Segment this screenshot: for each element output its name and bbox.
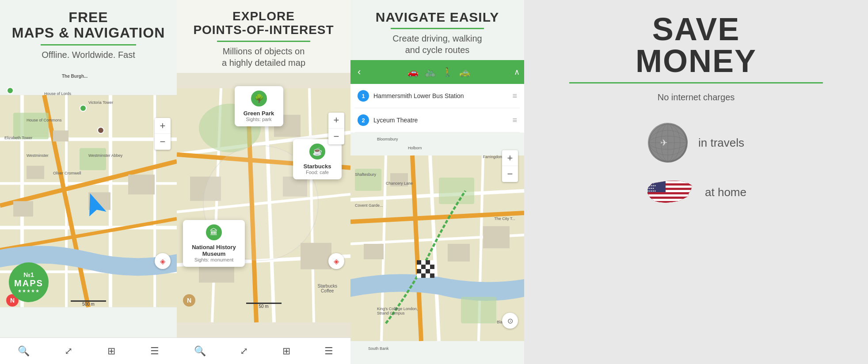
travels-label: in travels: [698, 136, 744, 150]
compass-panel1[interactable]: ◈: [155, 253, 171, 269]
museum-name: National HistoryMuseum: [192, 244, 236, 257]
svg-rect-19: [13, 201, 33, 217]
map-label-oliver: Oliver Cromwell: [53, 171, 81, 175]
svg-text:★★★★: ★★★★: [647, 182, 655, 184]
north-indicator-panel2: N: [183, 294, 195, 307]
nav-label-holborn: Holborn: [408, 146, 422, 150]
expand-icon-panel2[interactable]: ⤢: [240, 345, 248, 357]
starbucks-map-label: StarbucksCoffee: [318, 284, 337, 293]
panel2-map: 🌳 Green Park Sights: park ☕ Starbucks Fo…: [177, 73, 350, 337]
panel1-title-line1: FREE: [69, 9, 108, 25]
badge-stars: ★★★★★: [18, 288, 40, 293]
panel2-subtitle: Millions of objects ona highly detailed …: [186, 46, 342, 68]
route-stops-list: 1 Hammersmith Lower Bus Station ≡ 2 Lyce…: [350, 84, 524, 133]
expand-icon-panel1[interactable]: ⤢: [65, 345, 72, 357]
collapse-button[interactable]: ∧: [514, 67, 520, 77]
stop-name-1: Hammersmith Lower Bus Station: [373, 92, 508, 99]
globe-icon: ✈: [648, 123, 688, 163]
panel-navigate: NAVIGATE EASILY Create driving, walkinga…: [350, 0, 524, 364]
location-btn-panel3[interactable]: ⊙: [502, 313, 518, 329]
starbucks-icon: ☕: [309, 144, 325, 159]
zoom-in-panel1[interactable]: +: [155, 118, 171, 134]
panel3-subtitle: Create driving, walkingand cycle routes: [359, 33, 515, 56]
svg-text:★★★★★: ★★★★★: [647, 190, 656, 192]
svg-rect-51: [364, 244, 384, 259]
layers-icon-panel2[interactable]: ⊞: [282, 345, 290, 357]
panel2-header: EXPLORE POINTS-OF-INTEREST Millions of o…: [177, 0, 350, 73]
badge-num: №1: [23, 271, 34, 278]
route-stop-1: 1 Hammersmith Lower Bus Station ≡: [355, 84, 520, 108]
stop-menu-1[interactable]: ≡: [512, 91, 517, 101]
menu-icon-panel1[interactable]: ☰: [150, 345, 159, 357]
panel4-subtitle: No internet charges: [658, 92, 735, 102]
usa-svg: ★★★★★ ★★★★ ★★★★★ ★★★★ ★★★★★: [646, 177, 694, 208]
green-park-type: Sights: park: [244, 117, 274, 122]
panel-free-maps: FREE MAPS & NAVIGATION Offline. Worldwid…: [0, 0, 177, 364]
svg-rect-14: [80, 148, 106, 171]
save-title-line2: MONEY: [636, 43, 757, 79]
car-transport-icon[interactable]: 🚗: [407, 67, 419, 77]
svg-rect-47: [439, 178, 474, 204]
nav-label-shaftesbury: Shaftesbury: [355, 172, 376, 177]
travel-item-usa: ★★★★★ ★★★★ ★★★★★ ★★★★ ★★★★★ at home: [537, 177, 855, 208]
back-button[interactable]: ‹: [355, 66, 363, 78]
svg-text:★★★★: ★★★★: [647, 187, 655, 190]
zoom-out-panel3[interactable]: −: [502, 166, 518, 182]
zoom-in-panel3[interactable]: +: [502, 150, 518, 166]
bottom-nav-panel1: 🔍 ⤢ ⊞ ☰: [0, 337, 177, 364]
compass-panel2[interactable]: ◈: [328, 253, 344, 269]
zoom-controls-panel3: + −: [502, 150, 518, 182]
compass-icon: ◈: [160, 257, 165, 265]
panel3-header: NAVIGATE EASILY Create driving, walkinga…: [350, 0, 524, 60]
menu-icon-panel2[interactable]: ☰: [324, 345, 333, 357]
museum-text: National HistoryMuseum Sights: monument: [192, 244, 236, 262]
svg-rect-18: [128, 175, 155, 195]
svg-text:★★★★★: ★★★★★: [647, 184, 656, 187]
travel-item-globe: ✈ in travels: [537, 123, 855, 163]
panel1-map: The Burgh... House of Lords House of Com…: [0, 65, 177, 337]
svg-rect-52: [483, 226, 510, 248]
nav-label-covent: Covent Garde...: [355, 203, 383, 208]
walk-transport-icon[interactable]: 🚶: [442, 67, 453, 77]
poi-card-green-park: 🌳 Green Park Sights: park: [235, 86, 283, 126]
panel1-subtitle: Offline. Worldwide. Fast: [9, 49, 168, 61]
stop-num-2: 2: [358, 114, 369, 126]
stop-name-2: Lyceum Theatre: [373, 117, 508, 124]
panel2-title: EXPLORE POINTS-OF-INTEREST: [186, 10, 342, 37]
green-park-name: Green Park: [244, 110, 274, 117]
panel3-title: NAVIGATE EASILY: [359, 10, 515, 24]
zoom-out-panel2[interactable]: −: [328, 129, 344, 144]
zoom-out-panel1[interactable]: −: [155, 134, 171, 150]
poi-card-starbucks: ☕ Starbucks Food: cafe: [293, 139, 342, 179]
green-divider-panel4: [569, 82, 823, 83]
panel3-map: Bloomsbury Holborn Farringdon Shaftesbur…: [350, 133, 524, 364]
panel2-title-line1: EXPLORE: [232, 9, 295, 23]
nav-label-bloomsbury: Bloomsbury: [377, 137, 398, 141]
bottom-nav-panel2: 🔍 ⤢ ⊞ ☰: [177, 337, 350, 364]
taxi-transport-icon[interactable]: 🚕: [459, 67, 470, 77]
bike-transport-icon[interactable]: 🚲: [425, 67, 436, 77]
svg-rect-66: [646, 194, 694, 197]
layers-icon-panel1[interactable]: ⊞: [107, 345, 115, 357]
nav-route-header: ‹ 🚗 🚲 🚶 🚕 ∧: [350, 60, 524, 84]
nav-label-kings: King's College London,Strand Campus: [377, 307, 418, 315]
save-title-line1: SAVE: [652, 11, 740, 47]
save-money-title: SAVE MONEY: [636, 13, 757, 77]
nav-label-city: The City T...: [494, 216, 515, 221]
zoom-controls-panel2: + −: [328, 113, 344, 144]
panel1-title-line2: MAPS & NAVIGATION: [12, 25, 165, 41]
search-icon-panel1[interactable]: 🔍: [18, 345, 30, 357]
map-label-elizabeth: Elizabeth Tower: [4, 136, 32, 140]
museum-type: Sights: monument: [192, 257, 236, 262]
search-icon-panel2[interactable]: 🔍: [194, 345, 206, 357]
starbucks-name: Starbucks: [304, 163, 331, 170]
zoom-in-panel2[interactable]: +: [328, 113, 344, 129]
svg-rect-67: [646, 199, 694, 201]
stop-menu-2[interactable]: ≡: [512, 116, 517, 125]
starbucks-type: Food: cafe: [304, 170, 331, 175]
map-label-burghclais: The Burgh...: [62, 74, 88, 79]
svg-rect-68: [646, 203, 694, 205]
nav-label-southbank: South Bank: [368, 346, 389, 351]
scale-bar-panel1: 500 m: [71, 300, 106, 307]
map-label-commons: House of Commons: [27, 118, 62, 122]
